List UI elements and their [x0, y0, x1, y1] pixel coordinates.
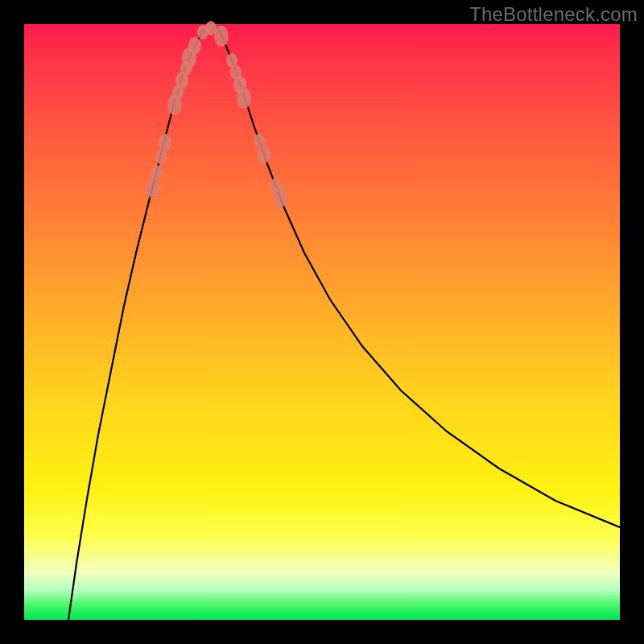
marker-point [159, 134, 171, 151]
plot-area [24, 24, 620, 620]
marker-point [258, 146, 270, 163]
chart-frame: TheBottleneck.com [0, 0, 644, 644]
marker-point [146, 177, 160, 198]
left-curve [68, 28, 204, 620]
marker-point [214, 26, 229, 47]
marker-point [155, 150, 167, 164]
marker-point [188, 37, 201, 55]
right-curve [218, 28, 620, 527]
watermark-text: TheBottleneck.com [469, 3, 638, 26]
marker-point [273, 187, 287, 208]
marker-point [237, 88, 251, 109]
curve-svg [24, 24, 620, 620]
marker-group [146, 21, 287, 208]
marker-point [151, 165, 163, 180]
